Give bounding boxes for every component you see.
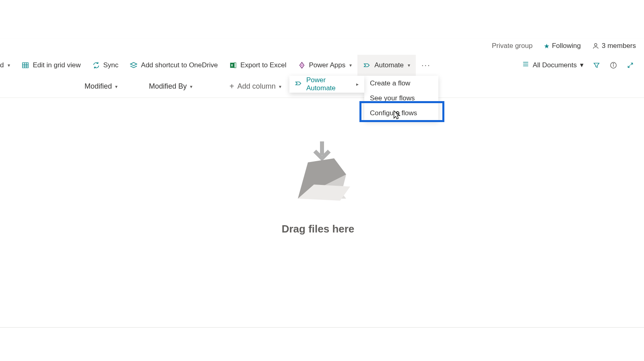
chevron-down-icon: ▾ [349,62,352,68]
partial-command[interactable]: d ▾ [0,55,16,76]
group-privacy: Private group [492,42,533,50]
automate-icon [363,61,371,69]
edit-grid-view-button[interactable]: Edit in grid view [16,55,86,76]
column-modified[interactable]: Modified ▾ [85,82,149,91]
configure-flows-item[interactable]: Configure flows [364,106,438,120]
power-apps-icon [298,61,306,69]
automate-submenu: Power Automate ▸ [289,76,364,93]
svg-rect-1 [23,62,28,68]
view-name: All Documents [533,61,577,69]
power-apps-button[interactable]: Power Apps ▾ [292,55,358,76]
empty-state-text: Drag files here [282,223,355,235]
export-excel-button[interactable]: Export to Excel [223,55,292,76]
power-automate-item[interactable]: Power Automate ▸ [289,76,364,93]
view-picker[interactable]: All Documents ▾ [518,57,588,73]
add-column-button[interactable]: + Add column ▾ [229,82,281,91]
info-button[interactable] [605,57,621,73]
chevron-down-icon: ▾ [8,62,10,68]
chevron-right-icon: ▸ [356,81,359,87]
follow-toggle[interactable]: ★ Following [544,42,581,50]
expand-icon [627,62,634,68]
empty-state: Drag files here [0,138,644,235]
onedrive-shortcut-icon [130,61,138,69]
excel-icon [229,61,237,69]
svg-point-0 [594,44,597,46]
see-your-flows-item[interactable]: See your flows [364,91,438,106]
chevron-down-icon: ▾ [190,84,192,89]
footer-divider [0,327,644,328]
plus-icon: + [229,82,234,91]
person-icon [592,42,599,50]
column-modified-by[interactable]: Modified By ▾ [149,82,229,91]
svg-rect-6 [230,62,235,68]
star-icon: ★ [544,42,549,50]
chevron-down-icon: ▾ [279,84,281,89]
members-info[interactable]: 3 members [592,42,636,50]
command-bar: d ▾ Edit in grid view Sync [0,54,644,75]
members-label: 3 members [602,42,636,50]
create-flow-item[interactable]: Create a flow [364,76,438,91]
svg-point-13 [613,63,613,64]
sync-icon [92,61,100,69]
power-automate-icon [295,80,302,89]
chevron-down-icon: ▾ [580,61,584,69]
power-automate-submenu: Create a flow See your flows Configure f… [364,76,438,120]
site-header: Private group ★ Following 3 members [0,38,644,54]
filter-icon [593,62,600,69]
empty-folder-illustration [286,138,358,207]
list-icon [522,60,529,70]
filter-button[interactable] [588,57,605,73]
expand-button[interactable] [622,57,638,73]
sync-button[interactable]: Sync [87,55,124,76]
info-icon [610,62,617,69]
right-tools: All Documents ▾ [518,57,638,73]
chevron-down-icon: ▾ [408,62,410,68]
chevron-down-icon: ▾ [115,84,118,89]
automate-button[interactable]: Automate ▾ [357,55,416,76]
more-commands-button[interactable]: ··· [416,55,436,76]
following-label: Following [552,42,581,50]
grid-icon [21,61,29,69]
add-shortcut-button[interactable]: Add shortcut to OneDrive [124,55,223,76]
